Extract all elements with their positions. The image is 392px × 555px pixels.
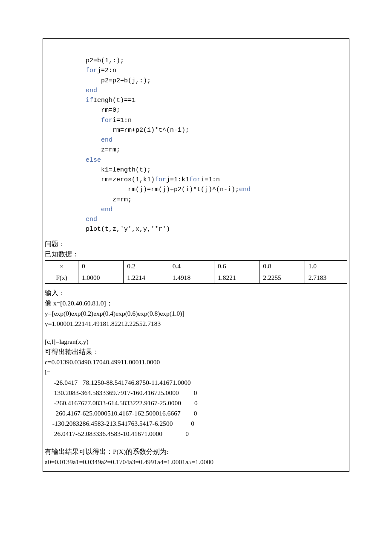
text-line: y=[exp(0)exp(0.2)exp(0.4)exp(0.6)exp(0.8… — [45, 308, 347, 319]
table-row: × 0 0.2 0.4 0.6 0.8 1.0 — [45, 260, 347, 272]
keyword-end: end — [86, 87, 97, 94]
keyword-for: for — [189, 176, 201, 183]
text-line: y=1.00001.22141.49181.82212.22552.7183 — [45, 319, 347, 329]
keyword-end: end — [86, 206, 112, 213]
matrix-row: 260.4167-625.0000510.4167-162.500016.666… — [49, 410, 197, 417]
output-label: 可得出输出结果： — [45, 347, 347, 357]
text-line: [c,l]=lagran(x,y) — [45, 337, 347, 347]
table-cell: 2.7183 — [305, 272, 347, 283]
known-data-label: 已知数据： — [45, 249, 347, 259]
keyword-end: end — [86, 137, 112, 144]
table-cell: 0.6 — [214, 260, 259, 272]
table-cell: 0 — [78, 260, 123, 272]
table-row: F(x) 1.0000 1.2214 1.4918 1.8221 2.2255 … — [45, 272, 347, 283]
keyword-for: for — [155, 176, 166, 183]
matrix-block: -26.0417 78.1250-88.541746.8750-11.41671… — [45, 378, 347, 439]
code-block: p2=b(1,:); forj=2:n p2=p2+b(j,:); end if… — [43, 43, 349, 239]
code-line: k1=length(t); — [86, 166, 151, 174]
code-line: j=2:n — [97, 67, 116, 74]
code-line: p2=b(1,:); — [86, 57, 124, 64]
matrix-row: 26.0417-52.083336.4583-10.41671.0000 0 — [49, 430, 189, 437]
keyword-else: else — [86, 157, 101, 164]
text-line: l= — [45, 367, 347, 378]
conclusion-line: a0=0.0139a1=0.0349a2=0.1704a3=0.4991a4=1… — [45, 457, 347, 467]
code-line: z=rm; — [86, 146, 120, 154]
matrix-row: -130.2083286.4583-213.541763.5417-6.2500… — [49, 420, 194, 427]
input-label: 输入： — [45, 288, 347, 298]
table-cell: 1.8221 — [214, 272, 259, 283]
content-frame: p2=b(1,:); forj=2:n p2=p2+b(j,:); end if… — [43, 38, 349, 472]
code-line: z=rm; — [86, 196, 132, 203]
matrix-row: 130.2083-364.5833369.7917-160.416725.000… — [49, 389, 197, 396]
table-cell: 0.2 — [124, 260, 169, 272]
table-cell: 1.4918 — [169, 272, 214, 283]
code-line: i=1:n — [112, 117, 132, 124]
code-line: rm(j)=rm(j)+p2(i)*t(j)^(n-i); — [86, 186, 239, 193]
table-cell: × — [45, 260, 78, 272]
data-table: × 0 0.2 0.4 0.6 0.8 1.0 F(x) 1.0000 1.22… — [45, 260, 347, 284]
keyword-for: for — [86, 117, 112, 124]
conclusion-line: 有输出结果可以得出：P(X)的系数分别为: — [45, 447, 347, 457]
matrix-row: -260.4167677.0833-614.5833222.9167-25.00… — [49, 399, 198, 407]
code-line: rm=zeros(1,k1) — [86, 176, 155, 183]
page: p2=b(1,:); forj=2:n p2=p2+b(j,:); end if… — [0, 0, 392, 555]
code-line: j=1:k1 — [166, 176, 189, 183]
matrix-row: -26.0417 78.1250-88.541746.8750-11.41671… — [49, 379, 191, 386]
code-line: rm=rm+p2(i)*t^(n-i); — [86, 127, 189, 134]
keyword-end: end — [239, 186, 251, 193]
keyword-if: if — [86, 97, 93, 104]
text-block: 问题： 已知数据： × 0 0.2 0.4 0.6 0.8 1.0 F(x) 1… — [43, 239, 349, 467]
table-cell: 0.4 — [169, 260, 214, 272]
code-line: i=1:n — [201, 176, 220, 183]
text-line: 像 x=[0.20.40.60.81.0]； — [45, 298, 347, 308]
keyword-end: end — [86, 216, 97, 223]
table-cell: 1.2214 — [124, 272, 169, 283]
keyword-for: for — [86, 67, 97, 74]
table-cell: F(x) — [45, 272, 78, 283]
code-line: p2=p2+b(j,:); — [86, 77, 151, 84]
text-line: c=0.01390.03490.17040.49911.00011.0000 — [45, 357, 347, 367]
table-cell: 1.0000 — [78, 272, 123, 283]
code-line: rm=0; — [86, 107, 120, 114]
code-line: Iengh(t)==1 — [93, 97, 135, 104]
table-cell: 2.2255 — [259, 272, 305, 283]
code-line: plot(t,z,'y',x,y,'*r') — [86, 226, 170, 233]
table-cell: 1.0 — [305, 260, 347, 272]
question-label: 问题： — [45, 239, 347, 249]
table-cell: 0.8 — [259, 260, 305, 272]
